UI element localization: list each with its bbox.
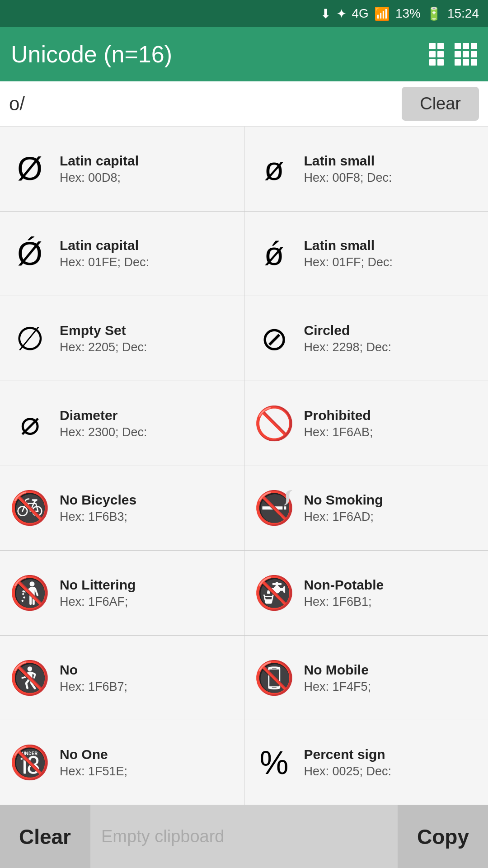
result-info: No Hex: 1F6B7; [60, 662, 237, 694]
result-info: No One Hex: 1F51E; [60, 746, 237, 778]
result-hex: Hex: 1F51E; [60, 764, 237, 778]
result-hex: Hex: 1F6AF; [60, 595, 237, 609]
result-info: Prohibited Hex: 1F6AB; [304, 407, 481, 439]
list-item[interactable]: 🚭 No Smoking Hex: 1F6AD; [244, 466, 488, 551]
result-name: Percent sign [304, 746, 481, 763]
symbol-display: ∅ [7, 316, 52, 361]
bottom-clear-button[interactable]: Clear [0, 805, 90, 868]
result-hex: Hex: 2298; Dec: [304, 340, 481, 354]
list-item[interactable]: ø Latin small Hex: 00F8; Dec: [244, 127, 488, 211]
result-info: Percent sign Hex: 0025; Dec: [304, 746, 481, 778]
battery-label: 13% [395, 6, 421, 21]
result-info: Empty Set Hex: 2205; Dec: [60, 322, 237, 354]
symbol-display: 🚷 [7, 655, 52, 700]
symbol-display: Ǿ [7, 231, 52, 276]
bluetooth-icon: ✦ [336, 6, 347, 21]
result-hex: Hex: 01FF; Dec: [304, 255, 481, 269]
result-name: No Bicycles [60, 492, 237, 508]
symbol-display: ø [252, 146, 297, 191]
result-hex: Hex: 1F4F5; [304, 680, 481, 694]
list-item[interactable]: ǿ Latin small Hex: 01FF; Dec: [244, 212, 488, 296]
list-item[interactable]: ⌀ Diameter Hex: 2300; Dec: [0, 381, 244, 466]
list-item[interactable]: 🚯 No Littering Hex: 1F6AF; [0, 551, 244, 635]
result-name: Diameter [60, 407, 237, 424]
status-bar: ⬇ ✦ 4G 📶 13% 🔋 15:24 [0, 0, 488, 27]
symbol-display: 🚳 [7, 486, 52, 531]
result-name: Prohibited [304, 407, 481, 424]
symbol-display: % [252, 740, 297, 785]
app-title: Unicode (n=16) [11, 41, 172, 68]
list-item[interactable]: ⊘ Circled Hex: 2298; Dec: [244, 296, 488, 381]
result-hex: Hex: 1F6B7; [60, 680, 237, 694]
symbol-display: 🚭 [252, 486, 297, 531]
result-info: Latin capital Hex: 01FE; Dec: [60, 237, 237, 269]
symbol-display: ⊘ [252, 316, 297, 361]
result-info: No Bicycles Hex: 1F6B3; [60, 492, 237, 524]
search-bar: Clear [0, 81, 488, 127]
symbol-display: 📵 [252, 655, 297, 700]
result-hex: Hex: 0025; Dec: [304, 764, 481, 778]
list-item[interactable]: ∅ Empty Set Hex: 2205; Dec: [0, 296, 244, 381]
symbol-display: 🚱 [252, 570, 297, 615]
list-item[interactable]: % Percent sign Hex: 0025; Dec: [244, 720, 488, 805]
result-name: No [60, 662, 237, 678]
list-item[interactable]: 🚷 No Hex: 1F6B7; [0, 636, 244, 720]
result-info: Latin small Hex: 00F8; Dec: [304, 153, 481, 185]
result-name: Empty Set [60, 322, 237, 339]
result-hex: Hex: 1F6AD; [304, 510, 481, 524]
result-name: No Mobile [304, 662, 481, 678]
result-name: No One [60, 746, 237, 763]
signal-icon: 📶 [374, 6, 390, 21]
result-hex: Hex: 2205; Dec: [60, 340, 237, 354]
result-info: No Smoking Hex: 1F6AD; [304, 492, 481, 524]
result-name: Circled [304, 322, 481, 339]
result-info: Latin small Hex: 01FF; Dec: [304, 237, 481, 269]
result-hex: Hex: 00F8; Dec: [304, 171, 481, 185]
result-info: Circled Hex: 2298; Dec: [304, 322, 481, 354]
battery-icon: 🔋 [426, 6, 442, 21]
symbol-display: ⌀ [7, 401, 52, 446]
status-icons: ⬇ ✦ 4G 📶 13% 🔋 15:24 [320, 6, 479, 21]
list-item[interactable]: 🚫 Prohibited Hex: 1F6AB; [244, 381, 488, 466]
result-hex: Hex: 1F6B3; [60, 510, 237, 524]
result-info: Latin capital Hex: 00D8; [60, 153, 237, 185]
result-name: Latin capital [60, 237, 237, 254]
bottom-bar: Clear Empty clipboard Copy [0, 805, 488, 868]
clear-search-button[interactable]: Clear [402, 87, 479, 121]
time-label: 15:24 [447, 6, 479, 21]
result-name: Non-Potable [304, 577, 481, 593]
view-toggle-group [429, 43, 477, 66]
network-label: 4G [352, 6, 369, 21]
symbol-display: 🚯 [7, 570, 52, 615]
list-item[interactable]: 🔞 No One Hex: 1F51E; [0, 720, 244, 805]
view-2col-button[interactable] [429, 43, 444, 66]
app-bar: Unicode (n=16) [0, 27, 488, 81]
symbol-display: 🚫 [252, 401, 297, 446]
result-hex: Hex: 1F6AB; [304, 425, 481, 439]
search-input[interactable] [9, 93, 394, 115]
result-info: No Littering Hex: 1F6AF; [60, 577, 237, 609]
result-hex: Hex: 2300; Dec: [60, 425, 237, 439]
bottom-copy-button[interactable]: Copy [398, 805, 488, 868]
result-hex: Hex: 01FE; Dec: [60, 255, 237, 269]
result-hex: Hex: 00D8; [60, 171, 237, 185]
result-name: Latin small [304, 153, 481, 169]
symbol-display: 🔞 [7, 740, 52, 785]
result-info: Diameter Hex: 2300; Dec: [60, 407, 237, 439]
symbol-display: ǿ [252, 231, 297, 276]
result-name: No Littering [60, 577, 237, 593]
results-grid: Ø Latin capital Hex: 00D8; ø Latin small… [0, 127, 488, 805]
list-item[interactable]: 🚳 No Bicycles Hex: 1F6B3; [0, 466, 244, 551]
list-item[interactable]: Ǿ Latin capital Hex: 01FE; Dec: [0, 212, 244, 296]
symbol-display: Ø [7, 146, 52, 191]
list-item[interactable]: 🚱 Non-Potable Hex: 1F6B1; [244, 551, 488, 635]
list-item[interactable]: 📵 No Mobile Hex: 1F4F5; [244, 636, 488, 720]
result-name: Latin small [304, 237, 481, 254]
list-item[interactable]: Ø Latin capital Hex: 00D8; [0, 127, 244, 211]
result-name: No Smoking [304, 492, 481, 508]
result-hex: Hex: 1F6B1; [304, 595, 481, 609]
download-icon: ⬇ [320, 6, 331, 21]
clipboard-display: Empty clipboard [90, 827, 398, 846]
result-name: Latin capital [60, 153, 237, 169]
view-3col-button[interactable] [455, 43, 477, 66]
